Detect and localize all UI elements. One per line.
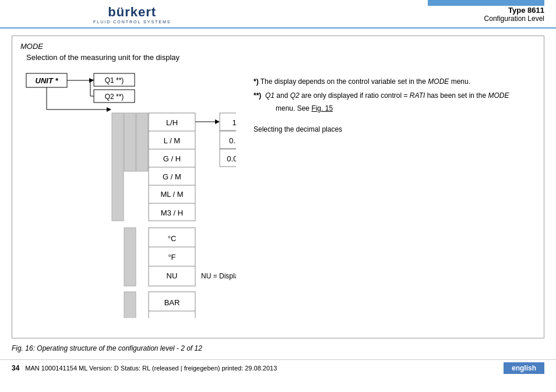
doc-level: Configuration Level	[278, 15, 544, 23]
logo: bürkert FLUID CONTROL SYSTEMS	[93, 5, 171, 24]
page-footer: 34 MAN 1000141154 ML Version: D Status: …	[0, 359, 556, 376]
svg-text:G / M: G / M	[163, 172, 181, 181]
svg-text:UNIT *: UNIT *	[36, 76, 59, 85]
logo-area: bürkert FLUID CONTROL SYSTEMS	[12, 5, 278, 24]
svg-text:M3 / H: M3 / H	[161, 209, 183, 217]
svg-marker-10	[107, 107, 111, 112]
svg-text:BAR: BAR	[164, 298, 180, 307]
svg-marker-33	[215, 119, 220, 124]
note2-cont: menu. See Fig. 15	[264, 103, 536, 114]
svg-text:Q1 **): Q1 **)	[105, 76, 124, 84]
doc-type: Type 8611	[278, 6, 544, 15]
language-badge: english	[504, 362, 544, 374]
svg-text:NU = Display without measuring: NU = Display without measuring unit	[201, 272, 236, 280]
header-blue-bar-left	[428, 0, 544, 6]
svg-rect-18	[136, 113, 148, 171]
page-number: 34	[12, 364, 19, 372]
svg-text:NU: NU	[167, 271, 178, 280]
note2: **) Q1 and Q2 are only displayed if rati…	[254, 90, 536, 101]
svg-text:0.1: 0.1	[229, 136, 236, 145]
selection-text: Selection of the measuring unit for the …	[26, 53, 236, 62]
diagram-box: MODE Selection of the measuring unit for…	[12, 36, 544, 338]
fig-caption: Fig. 16: Operating structure of the conf…	[12, 344, 544, 352]
decimal-places-label: Selecting the decimal places	[254, 125, 536, 133]
svg-rect-40	[124, 228, 136, 286]
svg-marker-3	[89, 78, 94, 83]
svg-text:L/H: L/H	[166, 118, 178, 127]
svg-text:MBAR: MBAR	[161, 317, 183, 318]
svg-text:0.01: 0.01	[227, 154, 236, 163]
svg-text:°C: °C	[168, 234, 177, 243]
svg-rect-49	[124, 292, 136, 318]
logo-text: bürkert	[108, 5, 156, 20]
main-content: MODE Selection of the measuring unit for…	[0, 29, 556, 359]
svg-text:ML / M: ML / M	[160, 190, 183, 199]
svg-text:Q2 **): Q2 **)	[105, 93, 124, 101]
svg-text:L / M: L / M	[164, 136, 180, 145]
svg-rect-16	[124, 113, 136, 171]
footer-text: MAN 1000141154 ML Version: D Status: RL …	[25, 365, 504, 372]
note1: *) The display depends on the control va…	[254, 76, 536, 87]
flow-diagram: UNIT * Q1 **) Q2 **)	[20, 68, 236, 320]
svg-rect-14	[112, 113, 124, 221]
flow-svg: UNIT * Q1 **) Q2 **)	[20, 68, 236, 318]
mode-label-top: MODE	[20, 42, 536, 51]
logo-tagline: FLUID CONTROL SYSTEMS	[93, 20, 171, 24]
page-header: bürkert FLUID CONTROL SYSTEMS Type 8611 …	[0, 0, 556, 29]
svg-text:°F: °F	[168, 253, 175, 262]
svg-text:1: 1	[232, 118, 236, 127]
svg-text:G / H: G / H	[163, 154, 181, 163]
header-right: Type 8611 Configuration Level	[278, 6, 544, 23]
